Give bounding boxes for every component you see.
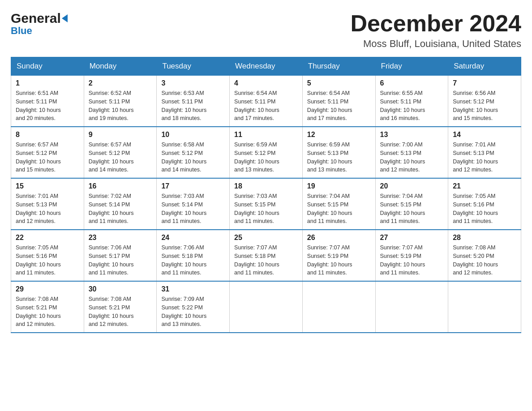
week-row-2: 8 Sunrise: 6:57 AM Sunset: 5:12 PM Dayli… bbox=[11, 127, 521, 178]
day-info: Sunrise: 7:09 AM Sunset: 5:22 PM Dayligh… bbox=[161, 295, 225, 329]
calendar-cell: 10 Sunrise: 6:58 AM Sunset: 5:12 PM Dayl… bbox=[157, 127, 230, 178]
calendar-cell: 16 Sunrise: 7:02 AM Sunset: 5:14 PM Dayl… bbox=[84, 178, 157, 230]
week-row-1: 1 Sunrise: 6:51 AM Sunset: 5:11 PM Dayli… bbox=[11, 76, 521, 127]
day-number: 16 bbox=[89, 182, 152, 190]
month-title: December 2024 bbox=[350, 11, 521, 36]
day-number: 13 bbox=[380, 131, 444, 139]
day-number: 3 bbox=[161, 79, 225, 87]
day-number: 5 bbox=[307, 79, 371, 87]
title-area: December 2024 Moss Bluff, Louisiana, Uni… bbox=[350, 11, 521, 50]
day-number: 17 bbox=[161, 182, 225, 190]
day-info: Sunrise: 6:57 AM Sunset: 5:12 PM Dayligh… bbox=[89, 141, 152, 174]
calendar-cell bbox=[375, 281, 448, 333]
day-number: 9 bbox=[89, 131, 152, 139]
day-info: Sunrise: 7:01 AM Sunset: 5:13 PM Dayligh… bbox=[16, 192, 79, 226]
calendar-cell: 8 Sunrise: 6:57 AM Sunset: 5:12 PM Dayli… bbox=[11, 127, 84, 178]
calendar-cell: 26 Sunrise: 7:07 AM Sunset: 5:19 PM Dayl… bbox=[302, 230, 375, 281]
day-number: 19 bbox=[307, 182, 371, 190]
day-info: Sunrise: 7:03 AM Sunset: 5:14 PM Dayligh… bbox=[161, 192, 225, 226]
day-info: Sunrise: 6:59 AM Sunset: 5:12 PM Dayligh… bbox=[234, 141, 298, 174]
calendar-cell: 22 Sunrise: 7:05 AM Sunset: 5:16 PM Dayl… bbox=[11, 230, 84, 281]
day-number: 23 bbox=[89, 234, 152, 242]
day-info: Sunrise: 6:51 AM Sunset: 5:11 PM Dayligh… bbox=[16, 89, 79, 123]
calendar-cell: 11 Sunrise: 6:59 AM Sunset: 5:12 PM Dayl… bbox=[230, 127, 303, 178]
day-number: 20 bbox=[380, 182, 444, 190]
location-title: Moss Bluff, Louisiana, United States bbox=[350, 38, 521, 50]
day-number: 31 bbox=[161, 285, 225, 293]
calendar-cell bbox=[230, 281, 303, 333]
calendar-cell bbox=[448, 281, 521, 333]
calendar-header-row: SundayMondayTuesdayWednesdayThursdayFrid… bbox=[11, 57, 521, 76]
day-number: 15 bbox=[16, 182, 79, 190]
calendar-cell: 14 Sunrise: 7:01 AM Sunset: 5:13 PM Dayl… bbox=[448, 127, 521, 178]
day-info: Sunrise: 7:08 AM Sunset: 5:21 PM Dayligh… bbox=[89, 295, 152, 329]
day-number: 26 bbox=[307, 234, 371, 242]
day-info: Sunrise: 7:08 AM Sunset: 5:21 PM Dayligh… bbox=[16, 295, 79, 329]
column-header-saturday: Saturday bbox=[448, 57, 521, 76]
day-info: Sunrise: 6:54 AM Sunset: 5:11 PM Dayligh… bbox=[234, 89, 298, 123]
page-header: General Blue December 2024 Moss Bluff, L… bbox=[11, 11, 521, 50]
calendar-cell: 24 Sunrise: 7:06 AM Sunset: 5:18 PM Dayl… bbox=[157, 230, 230, 281]
day-info: Sunrise: 6:59 AM Sunset: 5:13 PM Dayligh… bbox=[307, 141, 371, 174]
calendar-cell: 20 Sunrise: 7:04 AM Sunset: 5:15 PM Dayl… bbox=[375, 178, 448, 230]
day-info: Sunrise: 7:05 AM Sunset: 5:16 PM Dayligh… bbox=[16, 244, 79, 277]
column-header-tuesday: Tuesday bbox=[157, 57, 230, 76]
day-number: 4 bbox=[234, 79, 298, 87]
calendar-cell: 4 Sunrise: 6:54 AM Sunset: 5:11 PM Dayli… bbox=[230, 76, 303, 127]
day-info: Sunrise: 6:56 AM Sunset: 5:12 PM Dayligh… bbox=[453, 89, 516, 123]
column-header-thursday: Thursday bbox=[302, 57, 375, 76]
day-number: 25 bbox=[234, 234, 298, 242]
calendar-cell bbox=[302, 281, 375, 333]
calendar-cell: 5 Sunrise: 6:54 AM Sunset: 5:11 PM Dayli… bbox=[302, 76, 375, 127]
day-number: 14 bbox=[453, 131, 516, 139]
day-info: Sunrise: 6:53 AM Sunset: 5:11 PM Dayligh… bbox=[161, 89, 225, 123]
day-info: Sunrise: 7:02 AM Sunset: 5:14 PM Dayligh… bbox=[89, 192, 152, 226]
calendar-cell: 3 Sunrise: 6:53 AM Sunset: 5:11 PM Dayli… bbox=[157, 76, 230, 127]
day-info: Sunrise: 7:07 AM Sunset: 5:19 PM Dayligh… bbox=[307, 244, 371, 277]
logo-triangle-icon bbox=[62, 14, 68, 22]
day-number: 21 bbox=[453, 182, 516, 190]
day-info: Sunrise: 7:07 AM Sunset: 5:18 PM Dayligh… bbox=[234, 244, 298, 277]
day-info: Sunrise: 7:04 AM Sunset: 5:15 PM Dayligh… bbox=[307, 192, 371, 226]
day-number: 11 bbox=[234, 131, 298, 139]
day-info: Sunrise: 6:57 AM Sunset: 5:12 PM Dayligh… bbox=[16, 141, 79, 174]
day-info: Sunrise: 7:07 AM Sunset: 5:19 PM Dayligh… bbox=[380, 244, 444, 277]
calendar-cell: 6 Sunrise: 6:55 AM Sunset: 5:11 PM Dayli… bbox=[375, 76, 448, 127]
day-number: 18 bbox=[234, 182, 298, 190]
calendar-cell: 28 Sunrise: 7:08 AM Sunset: 5:20 PM Dayl… bbox=[448, 230, 521, 281]
calendar-cell: 9 Sunrise: 6:57 AM Sunset: 5:12 PM Dayli… bbox=[84, 127, 157, 178]
day-number: 8 bbox=[16, 131, 79, 139]
day-info: Sunrise: 7:05 AM Sunset: 5:16 PM Dayligh… bbox=[453, 192, 516, 226]
day-number: 30 bbox=[89, 285, 152, 293]
calendar-cell: 30 Sunrise: 7:08 AM Sunset: 5:21 PM Dayl… bbox=[84, 281, 157, 333]
day-info: Sunrise: 7:06 AM Sunset: 5:18 PM Dayligh… bbox=[161, 244, 225, 277]
day-info: Sunrise: 7:01 AM Sunset: 5:13 PM Dayligh… bbox=[453, 141, 516, 174]
calendar-cell: 15 Sunrise: 7:01 AM Sunset: 5:13 PM Dayl… bbox=[11, 178, 84, 230]
week-row-4: 22 Sunrise: 7:05 AM Sunset: 5:16 PM Dayl… bbox=[11, 230, 521, 281]
calendar-cell: 13 Sunrise: 7:00 AM Sunset: 5:13 PM Dayl… bbox=[375, 127, 448, 178]
calendar-cell: 17 Sunrise: 7:03 AM Sunset: 5:14 PM Dayl… bbox=[157, 178, 230, 230]
day-number: 12 bbox=[307, 131, 371, 139]
day-number: 6 bbox=[380, 79, 444, 87]
day-info: Sunrise: 6:52 AM Sunset: 5:11 PM Dayligh… bbox=[89, 89, 152, 123]
day-info: Sunrise: 7:00 AM Sunset: 5:13 PM Dayligh… bbox=[380, 141, 444, 174]
day-number: 28 bbox=[453, 234, 516, 242]
logo-area: General Blue bbox=[11, 11, 68, 37]
column-header-monday: Monday bbox=[84, 57, 157, 76]
day-info: Sunrise: 6:58 AM Sunset: 5:12 PM Dayligh… bbox=[161, 141, 225, 174]
column-header-friday: Friday bbox=[375, 57, 448, 76]
week-row-5: 29 Sunrise: 7:08 AM Sunset: 5:21 PM Dayl… bbox=[11, 281, 521, 333]
day-number: 7 bbox=[453, 79, 516, 87]
day-number: 24 bbox=[161, 234, 225, 242]
calendar-cell: 19 Sunrise: 7:04 AM Sunset: 5:15 PM Dayl… bbox=[302, 178, 375, 230]
logo-blue-text: Blue bbox=[11, 25, 32, 37]
calendar-cell: 31 Sunrise: 7:09 AM Sunset: 5:22 PM Dayl… bbox=[157, 281, 230, 333]
day-info: Sunrise: 6:55 AM Sunset: 5:11 PM Dayligh… bbox=[380, 89, 444, 123]
day-number: 1 bbox=[16, 79, 79, 87]
day-info: Sunrise: 7:03 AM Sunset: 5:15 PM Dayligh… bbox=[234, 192, 298, 226]
calendar-cell: 1 Sunrise: 6:51 AM Sunset: 5:11 PM Dayli… bbox=[11, 76, 84, 127]
day-info: Sunrise: 7:06 AM Sunset: 5:17 PM Dayligh… bbox=[89, 244, 152, 277]
day-number: 29 bbox=[16, 285, 79, 293]
column-header-sunday: Sunday bbox=[11, 57, 84, 76]
calendar-table: SundayMondayTuesdayWednesdayThursdayFrid… bbox=[11, 57, 521, 333]
